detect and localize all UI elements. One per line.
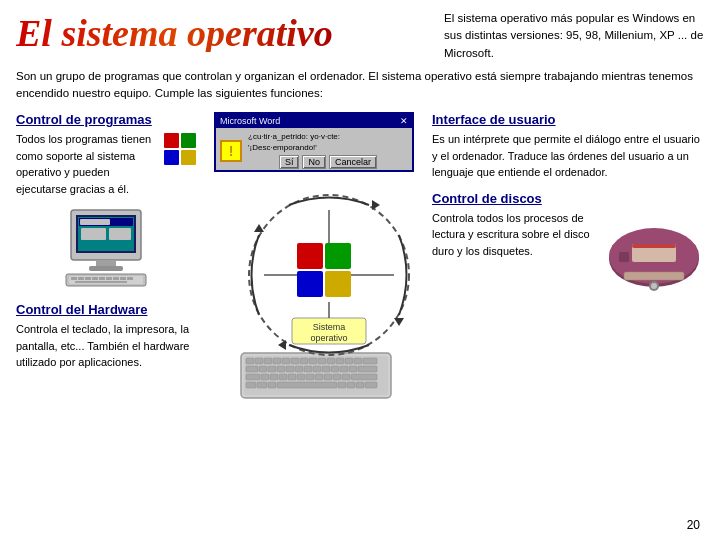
svg-rect-88 xyxy=(624,272,684,280)
svg-point-93 xyxy=(651,283,657,289)
win-pane-green xyxy=(181,133,196,148)
section-control-discos: Control de discos Controla todos los pro… xyxy=(432,191,704,294)
control-hardware-text: Controla el teclado, la impresora, la pa… xyxy=(16,321,196,371)
svg-rect-80 xyxy=(268,382,276,388)
svg-rect-29 xyxy=(325,271,351,297)
svg-rect-74 xyxy=(324,374,332,380)
interface-usuario-text: Es un intérprete que permite el diálogo … xyxy=(432,131,704,181)
svg-marker-25 xyxy=(254,224,264,232)
svg-rect-19 xyxy=(127,277,133,280)
page-title: El sistema operativo xyxy=(16,10,333,52)
svg-rect-90 xyxy=(632,244,676,248)
svg-rect-13 xyxy=(85,277,91,280)
control-discos-title: Control de discos xyxy=(432,191,704,206)
svg-rect-16 xyxy=(106,277,112,280)
section-control-programas: Control de programas Todos los programas… xyxy=(16,112,196,197)
dialog-cancel-btn[interactable]: Cancelar xyxy=(329,155,377,169)
svg-rect-71 xyxy=(297,374,305,380)
svg-rect-67 xyxy=(261,374,269,380)
svg-rect-82 xyxy=(338,382,346,388)
svg-rect-73 xyxy=(315,374,323,380)
svg-rect-85 xyxy=(365,382,377,388)
dialog-warning-icon: ! xyxy=(220,140,242,162)
svg-rect-28 xyxy=(297,271,323,297)
section-control-hardware: Control del Hardware Controla el teclado… xyxy=(16,302,196,371)
dialog-message: ¿cu·tir·a_petrido: yo·v·cte: '¡Desc·empo… xyxy=(248,132,408,153)
svg-rect-83 xyxy=(347,382,355,388)
svg-rect-81 xyxy=(277,382,337,388)
svg-rect-6 xyxy=(109,228,131,240)
svg-rect-77 xyxy=(351,374,377,380)
win-pane-blue xyxy=(164,150,179,165)
interface-usuario-title: Interface de usuario xyxy=(432,112,704,127)
svg-rect-20 xyxy=(75,281,127,283)
svg-marker-24 xyxy=(278,340,286,350)
section-interface-usuario: Interface de usuario Es un intérprete qu… xyxy=(432,112,704,181)
svg-rect-27 xyxy=(325,243,351,269)
svg-rect-72 xyxy=(306,374,314,380)
page: El sistema operativo El sistema operativ… xyxy=(0,0,720,540)
svg-rect-5 xyxy=(81,228,106,240)
center-column: Microsoft Word ✕ ! ¿cu·tir·a_petrido: yo… xyxy=(204,112,424,403)
right-column: Interface de usuario Es un intérprete qu… xyxy=(432,112,704,294)
left-column: Control de programas Todos los programas… xyxy=(16,112,196,371)
svg-rect-26 xyxy=(297,243,323,269)
dialog-yes-btn[interactable]: Sí xyxy=(279,155,300,169)
computer-illustration xyxy=(46,205,166,290)
svg-rect-75 xyxy=(333,374,341,380)
control-hardware-title: Control del Hardware xyxy=(16,302,196,317)
so-diagram: Sistema operativo xyxy=(234,180,394,340)
dialog-title-bar: Microsoft Word ✕ xyxy=(216,114,412,128)
dialog-no-btn[interactable]: No xyxy=(302,155,326,169)
dialog-buttons: Sí No Cancelar xyxy=(248,155,408,169)
svg-rect-66 xyxy=(246,374,260,380)
svg-rect-69 xyxy=(279,374,287,380)
svg-text:Sistema: Sistema xyxy=(313,322,346,332)
svg-rect-76 xyxy=(342,374,350,380)
svg-rect-11 xyxy=(71,277,77,280)
svg-rect-4 xyxy=(80,219,110,225)
svg-rect-12 xyxy=(78,277,84,280)
svg-rect-18 xyxy=(120,277,126,280)
svg-rect-79 xyxy=(257,382,267,388)
svg-marker-22 xyxy=(372,200,380,210)
windows-logo-icon xyxy=(164,133,196,165)
page-number: 20 xyxy=(687,518,700,532)
svg-rect-15 xyxy=(99,277,105,280)
win-pane-red xyxy=(164,133,179,148)
dialog-title: Microsoft Word xyxy=(220,116,280,126)
svg-text:operativo: operativo xyxy=(310,333,347,343)
svg-rect-17 xyxy=(113,277,119,280)
header-description: El sistema operativo más popular es Wind… xyxy=(444,10,704,62)
svg-rect-78 xyxy=(246,382,256,388)
svg-marker-23 xyxy=(394,318,404,326)
dialog-illustration: Microsoft Word ✕ ! ¿cu·tir·a_petrido: yo… xyxy=(214,112,414,172)
control-programas-title: Control de programas xyxy=(16,112,196,127)
header: El sistema operativo El sistema operativ… xyxy=(16,10,704,62)
floppy-disk-illustration xyxy=(604,214,704,294)
svg-rect-68 xyxy=(270,374,278,380)
control-discos-text: Controla todos los procesos de lectura y… xyxy=(432,210,598,260)
main-content: Control de programas Todos los programas… xyxy=(16,112,704,403)
control-programas-text: Todos los programas tienen como soporte … xyxy=(16,131,158,197)
svg-rect-14 xyxy=(92,277,98,280)
svg-rect-84 xyxy=(356,382,364,388)
svg-rect-7 xyxy=(96,260,116,266)
svg-rect-91 xyxy=(619,252,629,262)
dialog-close-btn: ✕ xyxy=(400,116,408,126)
svg-rect-70 xyxy=(288,374,296,380)
svg-rect-8 xyxy=(89,266,123,271)
win-pane-yellow xyxy=(181,150,196,165)
intro-text: Son un grupo de programas que controlan … xyxy=(16,68,704,103)
dialog-body: ! ¿cu·tir·a_petrido: yo·v·cte: '¡Desc·em… xyxy=(216,128,412,173)
